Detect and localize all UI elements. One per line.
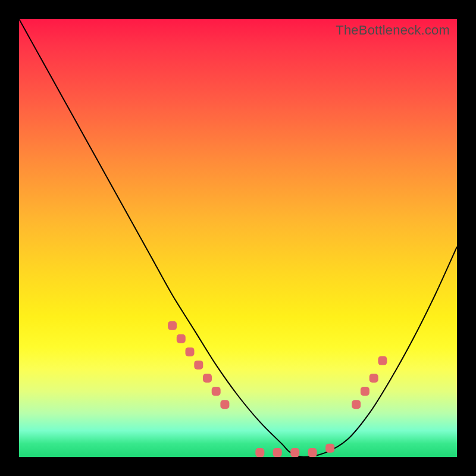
marker-point xyxy=(378,356,387,365)
watermark-text: TheBottleneck.com xyxy=(336,23,450,38)
marker-point xyxy=(186,347,195,356)
marker-point xyxy=(168,321,177,330)
chart-svg xyxy=(19,19,457,457)
marker-point xyxy=(361,387,369,396)
marker-point xyxy=(203,374,212,383)
chart-frame: TheBottleneck.com xyxy=(0,0,476,476)
marker-point xyxy=(177,334,186,343)
marker-point xyxy=(194,361,203,369)
marker-cluster-bottom xyxy=(255,444,334,457)
curve-line xyxy=(19,19,457,457)
marker-point xyxy=(352,400,361,409)
plot-area: TheBottleneck.com xyxy=(19,19,457,457)
marker-point xyxy=(212,387,221,396)
marker-point xyxy=(255,448,264,457)
marker-point xyxy=(220,400,229,409)
marker-point xyxy=(369,374,378,383)
marker-cluster-left xyxy=(168,321,229,409)
marker-point xyxy=(308,448,317,457)
curve-path-group xyxy=(19,19,457,457)
marker-cluster-right xyxy=(352,356,387,409)
marker-point xyxy=(325,444,334,453)
marker-point xyxy=(273,448,282,457)
marker-point xyxy=(290,448,299,457)
